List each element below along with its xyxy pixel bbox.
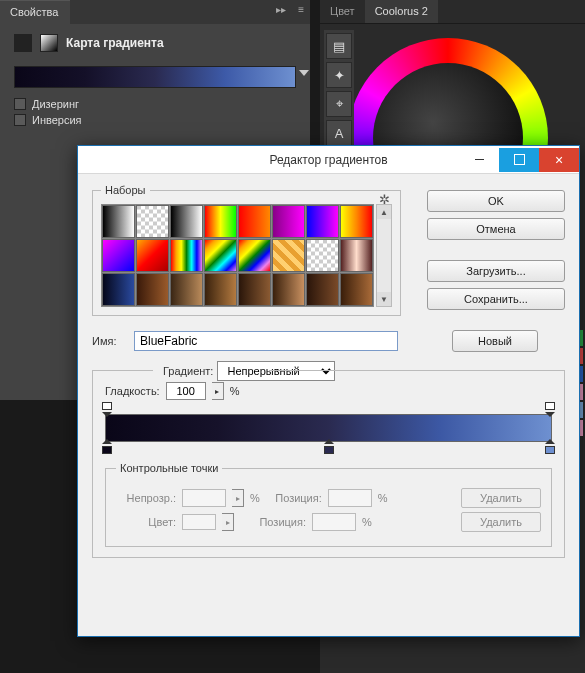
- scroll-down-icon[interactable]: ▼: [377, 292, 391, 306]
- window-close-button[interactable]: ×: [539, 148, 579, 172]
- position-label: Позиция:: [240, 516, 306, 528]
- cancel-button[interactable]: Отмена: [427, 218, 565, 240]
- dialog-title: Редактор градиентов: [198, 153, 459, 167]
- gradient-map-title: Карта градиента: [66, 36, 164, 50]
- preset-swatch[interactable]: [272, 205, 305, 238]
- save-button[interactable]: Сохранить...: [427, 288, 565, 310]
- preset-swatch[interactable]: [204, 205, 237, 238]
- gradient-type-select[interactable]: Непрерывный: [217, 361, 335, 381]
- opacity-label: Непрозр.:: [116, 492, 176, 504]
- properties-tab[interactable]: Свойства: [0, 0, 70, 24]
- percent-sign: %: [362, 516, 372, 528]
- preset-swatch[interactable]: [238, 273, 271, 306]
- gradient-group: Градиент: Непрерывный Гладкость: ▸ %: [92, 370, 565, 558]
- percent-sign: %: [378, 492, 388, 504]
- preset-swatch[interactable]: [204, 239, 237, 272]
- dithering-label: Дизеринг: [32, 98, 79, 110]
- name-input[interactable]: [134, 331, 398, 351]
- color-position-input: [312, 513, 356, 531]
- delete-opacity-button: Удалить: [461, 488, 541, 508]
- percent-sign: %: [250, 492, 260, 504]
- color-label: Цвет:: [116, 516, 176, 528]
- tab-color[interactable]: Цвет: [320, 0, 365, 23]
- presets-fieldset: Наборы ✲ ▲ ▼: [92, 184, 401, 316]
- preset-grid: [101, 204, 374, 307]
- position-label: Позиция:: [266, 492, 322, 504]
- panel-menu-icon[interactable]: ≡: [292, 0, 310, 24]
- gradient-editor-bar[interactable]: [105, 414, 552, 442]
- preset-swatch[interactable]: [136, 273, 169, 306]
- gradient-type-label: Градиент:: [163, 365, 213, 377]
- opacity-stepper: ▸: [232, 489, 244, 507]
- preset-swatch[interactable]: [136, 239, 169, 272]
- inversion-checkbox[interactable]: [14, 114, 26, 126]
- window-maximize-button[interactable]: [499, 148, 539, 172]
- control-points-fieldset: Контрольные точки Непрозр.: ▸ % Позиция:…: [105, 462, 552, 547]
- preset-swatch[interactable]: [306, 273, 339, 306]
- color-swatch: [182, 514, 216, 530]
- gradient-editor-dialog: Редактор градиентов × Наборы ✲ ▲ ▼ OK От…: [77, 145, 580, 637]
- preset-swatch[interactable]: [238, 205, 271, 238]
- inversion-label: Инверсия: [32, 114, 82, 126]
- tool-strip: ▤ ✦ ⌖ A: [324, 30, 354, 149]
- color-picker-arrow: ▸: [222, 513, 234, 531]
- scroll-up-icon[interactable]: ▲: [377, 205, 391, 219]
- preset-swatch[interactable]: [170, 205, 203, 238]
- gradient-map-icon: [40, 34, 58, 52]
- preset-swatch[interactable]: [340, 273, 373, 306]
- smoothness-input[interactable]: [166, 382, 206, 400]
- dithering-checkbox[interactable]: [14, 98, 26, 110]
- opacity-input: [182, 489, 226, 507]
- preset-swatch[interactable]: [272, 273, 305, 306]
- gradient-preview[interactable]: [14, 66, 296, 88]
- preset-swatch[interactable]: [340, 239, 373, 272]
- panel-collapse-icon[interactable]: ▸▸: [270, 0, 292, 24]
- preset-swatch[interactable]: [204, 273, 237, 306]
- preset-scrollbar[interactable]: ▲ ▼: [376, 204, 392, 307]
- preset-swatch[interactable]: [306, 205, 339, 238]
- delete-color-button: Удалить: [461, 512, 541, 532]
- window-minimize-button[interactable]: [459, 148, 499, 172]
- tool-button[interactable]: ▤: [326, 33, 352, 59]
- preset-swatch[interactable]: [102, 273, 135, 306]
- tool-button[interactable]: A: [326, 120, 352, 146]
- new-button[interactable]: Новый: [452, 330, 538, 352]
- preset-swatch[interactable]: [272, 239, 305, 272]
- percent-sign: %: [230, 385, 240, 397]
- tab-coolorus[interactable]: Coolorus 2: [365, 0, 438, 23]
- tool-button[interactable]: ✦: [326, 62, 352, 88]
- presets-legend: Наборы: [101, 184, 150, 196]
- tool-button[interactable]: ⌖: [326, 91, 352, 117]
- preset-swatch[interactable]: [136, 205, 169, 238]
- preset-swatch[interactable]: [340, 205, 373, 238]
- smoothness-label: Гладкость:: [105, 385, 160, 397]
- smoothness-stepper[interactable]: ▸: [212, 382, 224, 400]
- ok-button[interactable]: OK: [427, 190, 565, 212]
- preset-swatch[interactable]: [102, 205, 135, 238]
- preset-swatch[interactable]: [306, 239, 339, 272]
- load-button[interactable]: Загрузить...: [427, 260, 565, 282]
- name-label: Имя:: [92, 335, 126, 347]
- dialog-titlebar[interactable]: Редактор градиентов ×: [78, 146, 579, 174]
- preset-swatch[interactable]: [238, 239, 271, 272]
- preset-swatch[interactable]: [170, 239, 203, 272]
- preset-swatch[interactable]: [170, 273, 203, 306]
- adjustment-icon: [14, 34, 32, 52]
- control-points-legend: Контрольные точки: [116, 462, 222, 474]
- preset-swatch[interactable]: [102, 239, 135, 272]
- properties-tabbar: Свойства ▸▸ ≡: [0, 0, 310, 24]
- opacity-position-input: [328, 489, 372, 507]
